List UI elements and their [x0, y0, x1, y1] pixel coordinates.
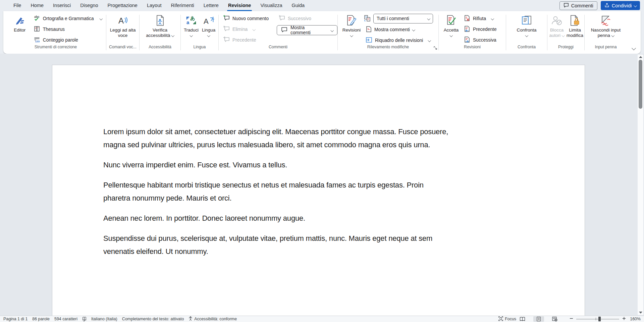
chevron-down-icon: [428, 39, 431, 42]
thesaurus-button[interactable]: Thesaurus: [32, 24, 104, 34]
read-aloud-icon: A: [117, 14, 128, 27]
spelling-grammar-button[interactable]: abc Ortografia e Grammatica: [32, 13, 104, 23]
svg-text:あ: あ: [190, 15, 195, 21]
translate-button[interactable]: aあ Traduci: [182, 12, 200, 37]
scroll-down-icon[interactable]: [639, 312, 642, 314]
paragraph: Aenean nec lorem. In porttitor. Donec la…: [103, 212, 544, 225]
vertical-scrollbar[interactable]: [638, 55, 643, 315]
translate-icon: aあ: [186, 14, 197, 27]
show-markup-button[interactable]: Mostra commenti: [364, 24, 437, 35]
zoom-slider[interactable]: [576, 317, 619, 321]
page-indicator[interactable]: Pagina 1 di 1: [3, 317, 28, 321]
compare-button[interactable]: Confronta: [513, 12, 540, 37]
word-count-indicator[interactable]: 86 parole: [32, 317, 50, 321]
word-count-icon: 123: [34, 36, 40, 44]
chevron-down-icon: [350, 34, 353, 37]
tab-inserisci[interactable]: Inserisci: [48, 0, 75, 11]
print-layout-button[interactable]: [533, 316, 544, 322]
next-comment-button[interactable]: Successivo: [277, 13, 337, 23]
tab-guida[interactable]: Guida: [287, 0, 309, 11]
zoom-in-icon[interactable]: [622, 317, 626, 321]
focus-icon: [498, 316, 503, 322]
accessibility-indicator[interactable]: Accessibilità: conforme: [189, 316, 237, 322]
tab-revisione[interactable]: Revisione: [223, 0, 256, 11]
tab-progettazione[interactable]: Progettazione: [103, 0, 142, 11]
chevron-down-icon: [611, 34, 614, 37]
previous-change-button[interactable]: Precedente: [462, 24, 504, 34]
show-comments-button[interactable]: Mostra commenti: [277, 25, 337, 35]
status-bar: Pagina 1 di 1 86 parole 594 caratteri It…: [0, 316, 644, 322]
zoom-control: 160%: [570, 317, 641, 321]
next-change-button[interactable]: Successiva: [462, 35, 504, 45]
editor-button[interactable]: Editor: [8, 12, 32, 33]
tab-lettere[interactable]: Lettere: [199, 0, 223, 11]
ribbon-tab-bar: File Home Inserisci Disegno Progettazion…: [0, 0, 644, 11]
zoom-percentage[interactable]: 160%: [626, 317, 641, 321]
share-button[interactable]: Condividi: [601, 1, 640, 10]
document-page[interactable]: Lorem ipsum dolor sit amet, consectetuer…: [52, 65, 585, 316]
zoom-out-icon[interactable]: [570, 317, 573, 321]
scroll-up-icon[interactable]: [639, 56, 642, 58]
svg-text:123: 123: [35, 40, 40, 43]
check-accessibility-button[interactable]: Verifica accessibilità: [141, 12, 179, 38]
next-comment-icon: [278, 15, 285, 22]
chevron-down-icon: [634, 4, 637, 7]
focus-mode-button[interactable]: Focus: [498, 316, 516, 322]
tab-file[interactable]: File: [9, 0, 26, 11]
group-label-voice: Comandi voc...: [106, 45, 139, 52]
dialog-launcher-icon[interactable]: [433, 45, 437, 51]
document-area: Lorem ipsum dolor sit amet, consectetuer…: [0, 54, 644, 316]
new-comment-button[interactable]: Nuovo commento: [221, 13, 277, 23]
group-label-ink: Input penna: [585, 45, 627, 52]
accept-button[interactable]: Accetta: [440, 12, 462, 37]
block-authors-button[interactable]: Blocca autori: [548, 12, 566, 38]
group-label-compare: Confronta: [506, 45, 547, 52]
group-accessibility: Verifica accessibilità Accessibilità: [140, 12, 180, 54]
previous-comment-button[interactable]: Precedente: [221, 35, 277, 45]
track-changes-button[interactable]: Revisioni: [339, 12, 364, 37]
read-mode-button[interactable]: [516, 317, 529, 322]
web-layout-button[interactable]: [549, 316, 561, 322]
reviewing-pane-button[interactable]: Riquadro delle revisioni: [364, 35, 437, 45]
group-protect: Blocca autori Limita modifica Proteggi: [547, 12, 584, 54]
titlebar-right-controls: Commenti Condividi: [559, 1, 644, 10]
tab-home[interactable]: Home: [26, 0, 48, 11]
comments-button[interactable]: Commenti: [559, 1, 597, 10]
accessibility-status-icon: [189, 316, 193, 322]
show-markup-icon: [366, 26, 372, 34]
restrict-editing-button[interactable]: Limita modifica: [566, 12, 584, 38]
group-label-changes: Revisioni: [439, 45, 506, 52]
collapse-ribbon-icon[interactable]: [632, 46, 636, 50]
read-aloud-button[interactable]: A Leggi ad alta voce: [108, 12, 138, 38]
reject-button[interactable]: Rifiuta: [462, 13, 504, 23]
chevron-down-icon: [253, 28, 256, 31]
group-label-proofing: Strumenti di correzione: [5, 45, 106, 52]
markup-dropdown[interactable]: Tutti i commenti: [373, 14, 433, 23]
language-button[interactable]: A Lingua: [200, 12, 217, 37]
proofing-status-icon[interactable]: [82, 317, 87, 321]
zoom-slider-thumb[interactable]: [598, 317, 601, 321]
new-comment-icon: [223, 15, 230, 22]
comment-bubble-icon: [564, 3, 569, 9]
text-completion-indicator[interactable]: Completamento del testo: attivato: [122, 317, 184, 321]
svg-text:abc: abc: [34, 15, 40, 18]
compare-icon: [521, 14, 532, 27]
show-comments-icon: [281, 27, 287, 34]
chevron-down-icon: [330, 29, 333, 32]
language-icon: A: [203, 14, 214, 27]
word-count-button[interactable]: 123 Conteggio parole: [32, 35, 104, 45]
scrollbar-thumb[interactable]: [639, 60, 642, 109]
chevron-down-icon: [449, 34, 452, 37]
chevron-down-icon: [412, 28, 415, 31]
tab-disegno[interactable]: Disegno: [75, 0, 103, 11]
hide-ink-button[interactable]: Nascondi input penna: [587, 12, 625, 38]
delete-comment-button[interactable]: Elimina: [221, 24, 277, 34]
chevron-down-icon: [491, 17, 494, 20]
tab-visualizza[interactable]: Visualizza: [256, 0, 287, 11]
char-count-indicator[interactable]: 594 caratteri: [54, 317, 77, 321]
editor-icon: [14, 14, 25, 27]
tab-riferimenti[interactable]: Riferimenti: [166, 0, 199, 11]
svg-text:A: A: [204, 17, 209, 25]
language-indicator[interactable]: Italiano (Italia): [91, 317, 117, 321]
tab-layout[interactable]: Layout: [142, 0, 166, 11]
